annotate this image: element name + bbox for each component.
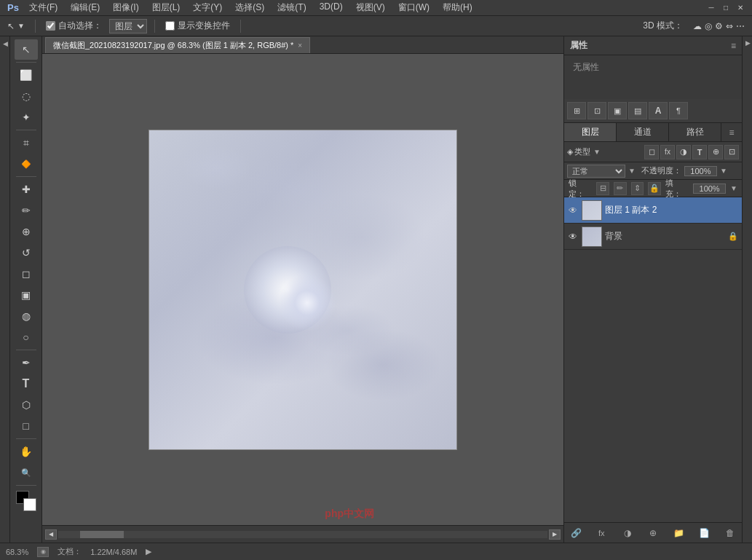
layer-item-1[interactable]: 👁 背景 🔒 [564,224,742,250]
collapse-panel-right-button[interactable]: ▶ [744,39,751,47]
layers-tabs: 图层 通道 路径 ≡ [564,123,742,142]
layer-visibility-1[interactable]: 👁 [567,231,579,242]
menu-item-H[interactable]: 帮助(H) [437,0,478,15]
filter-adj-icon[interactable]: ◑ [676,145,691,159]
auto-select-dropdown[interactable]: 图层 [109,19,147,33]
path-select-button[interactable]: ⬡ [15,395,38,415]
dodge-tool-button[interactable]: ○ [15,327,38,347]
show-transform-checkbox[interactable] [165,21,175,31]
new-layer-button[interactable]: 📄 [697,526,712,540]
layer-adjustment-button[interactable]: ⊕ [646,526,660,540]
menu-bar: 文件(F)编辑(E)图像(I)图层(L)文字(Y)选择(S)滤镜(T)3D(D)… [23,0,478,15]
prop-tool-mask-icon[interactable]: ▣ [608,102,627,119]
layer-link-button[interactable]: 🔗 [569,526,583,540]
layer-visibility-0[interactable]: 👁 [567,205,579,216]
eraser-tool-button[interactable]: ◻ [15,264,38,284]
menu-item-I[interactable]: 图像(I) [107,0,144,15]
gradient-tool-button[interactable]: ▣ [15,285,38,305]
tab-paths[interactable]: 路径 [669,123,721,141]
minimize-button[interactable]: ─ [705,2,717,14]
move-tool-button[interactable]: ↖ ▼ [4,20,28,33]
lasso-tool-button[interactable]: ◌ [15,86,38,106]
fill-label: 填充： [665,178,689,200]
filter-fx-icon[interactable]: fx [660,145,675,159]
move-tool-button[interactable]: ↖ [15,39,38,60]
prop-tool-row-1: ⊞ ⊡ ▣ ▤ A ¶ [567,102,739,119]
lock-pixels-button[interactable]: ✏ [614,182,627,195]
zoom-tool-button[interactable]: 🔍 [15,462,38,483]
maximize-button[interactable]: □ [720,2,732,14]
filter-toggle-icon[interactable]: ⊡ [724,145,739,159]
layer-group-button[interactable]: 📁 [671,526,686,540]
3d-icon-4: ⇔ [726,21,733,31]
lock-transparent-button[interactable]: ⊟ [596,182,609,195]
prop-tool-text-icon[interactable]: A [649,102,668,119]
lock-all-button[interactable]: 🔒 [648,182,661,195]
horizontal-scroll-thumb[interactable] [80,531,124,538]
layer-thumb-cloud-1 [582,227,601,246]
prop-tool-grid-icon[interactable]: ⊞ [567,102,586,119]
auto-select-checkbox[interactable] [46,21,55,31]
canvas-workspace[interactable] [42,54,563,525]
filter-smart-icon[interactable]: ⊕ [708,145,723,159]
delete-layer-button[interactable]: 🗑 [723,526,737,540]
layer-mask-button[interactable]: ◑ [620,526,635,540]
menu-item-W[interactable]: 窗口(W) [392,0,435,15]
document-tab-bar: 微信截图_20210823192017.jpg @ 68.3% (图层 1 副本… [42,36,563,54]
tab-close-button[interactable]: × [298,42,302,50]
filter-text-icon[interactable]: T [692,145,707,159]
layers-panel-options-button[interactable]: ≡ [721,123,742,141]
wand-tool-button[interactable]: ✦ [15,107,38,127]
prop-tool-para-icon[interactable]: ¶ [669,102,688,119]
blend-dropdown-arrow[interactable]: ▼ [628,167,636,175]
menu-item-L[interactable]: 图层(L) [146,0,186,15]
layer-fx-button[interactable]: fx [594,526,609,540]
properties-panel-options-icon[interactable]: ≡ [731,41,736,51]
blend-mode-select[interactable]: 正常 [567,165,625,178]
status-arrow-button[interactable]: ▶ [146,547,151,556]
filter-dropdown-arrow[interactable]: ▼ [593,148,601,156]
tab-channels[interactable]: 通道 [617,123,669,141]
layer-item-0[interactable]: 👁 图层 1 副本 2 [564,197,742,224]
scroll-left-button[interactable]: ◀ [45,529,57,540]
menu-item-DD[interactable]: 3D(D) [314,0,349,15]
prop-tool-adj-icon[interactable]: ⊡ [587,102,606,119]
fill-dropdown-arrow[interactable]: ▼ [730,184,737,192]
menu-item-V[interactable]: 视图(V) [350,0,391,15]
history-brush-button[interactable]: ↺ [15,242,38,263]
menu-item-E[interactable]: 编辑(E) [65,0,106,15]
filter-pixel-icon[interactable]: ◻ [644,145,659,159]
lock-position-button[interactable]: ⇕ [631,182,644,195]
blur-tool-button[interactable]: ◍ [15,306,38,326]
tab-layers[interactable]: 图层 [564,123,617,141]
horizontal-scroll-track[interactable] [58,531,547,538]
zoom-info-button[interactable]: ◉ [37,547,49,557]
hand-tool-button[interactable]: ✋ [15,441,38,462]
marquee-tool-button[interactable]: ⬜ [15,65,38,85]
close-button[interactable]: ✕ [735,2,746,14]
opacity-dropdown-arrow[interactable]: ▼ [720,167,727,175]
menu-item-S[interactable]: 选择(S) [229,0,270,15]
brush-tool-button[interactable]: ✏ [15,200,38,221]
background-color-swatch[interactable] [23,498,36,511]
text-tool-button[interactable]: T [15,374,38,394]
fill-input[interactable] [693,184,726,194]
shape-tool-button[interactable]: □ [15,416,38,436]
zoom-level: 68.3% [6,548,28,556]
tool-separator-3 [16,176,36,177]
document-tab[interactable]: 微信截图_20210823192017.jpg @ 68.3% (图层 1 副本… [45,37,310,53]
scroll-right-button[interactable]: ▶ [549,529,561,540]
opacity-input[interactable] [684,166,717,176]
pen-tool-button[interactable]: ✒ [15,352,38,373]
prop-tool-pattern-icon[interactable]: ▤ [628,102,647,119]
eyedropper-tool-button[interactable]: 🔶 [15,154,38,174]
color-swatches[interactable] [15,491,38,511]
clone-tool-button[interactable]: ⊕ [15,221,38,242]
collapse-panel-button[interactable]: ◀ [0,36,10,51]
crop-tool-button[interactable]: ⌗ [15,133,38,153]
menu-item-T[interactable]: 滤镜(T) [272,0,312,15]
heal-tool-button[interactable]: ✚ [15,179,38,200]
menu-item-Y[interactable]: 文字(Y) [187,0,228,15]
menu-item-F[interactable]: 文件(F) [23,0,63,15]
layer-name-1: 背景 [605,230,724,242]
